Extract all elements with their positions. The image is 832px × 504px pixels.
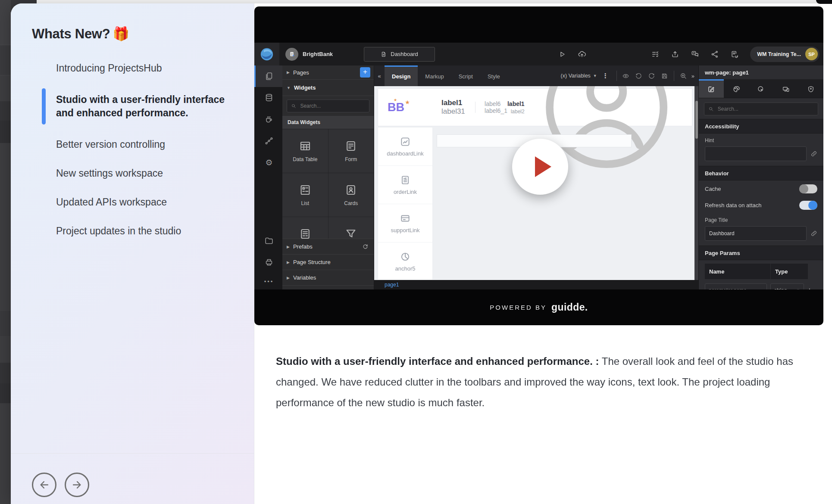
video-letterbox-top: [254, 6, 823, 43]
prefabs-section: ▶ Prefabs: [282, 239, 374, 254]
caret-right-icon: ▶: [287, 245, 290, 249]
brightbank-logo: BB ★ ★: [388, 101, 404, 114]
page-tabs-bar: page1: [374, 280, 698, 289]
preview-play-icon: [558, 50, 566, 59]
rail-database-button: [254, 87, 282, 109]
properties-header: wm-page: page1: [699, 65, 823, 79]
widget-search-input: [299, 103, 365, 109]
page-title: Whats New?🎁: [32, 26, 254, 42]
canvas-scrollbar: [694, 86, 698, 280]
devices-icon: [782, 85, 790, 93]
widget-tile-live-form: Live Form: [282, 217, 328, 239]
next-button[interactable]: [65, 473, 89, 497]
shield-icon: [807, 85, 815, 93]
project-switcher: BrightBank: [285, 48, 333, 61]
add-page-button: +: [360, 67, 370, 78]
toggle-knob: [799, 184, 808, 193]
support-card-icon: [400, 213, 411, 224]
user-avatar: SP: [805, 48, 818, 60]
widget-tile-form: Form: [328, 129, 374, 173]
canvas-user-block: label1 label2: [507, 100, 525, 115]
project-name: BrightBank: [303, 51, 333, 57]
widget-tile-cards: Cards: [328, 173, 374, 217]
expand-panel-icon: »: [691, 73, 694, 79]
rail-logs-button: [254, 252, 282, 273]
widget-grid: Data Table Form List: [282, 129, 374, 239]
param-name-input: [705, 283, 767, 289]
arrow-right-icon: [71, 479, 83, 491]
pager-nav: [32, 473, 89, 497]
params-row: string ▼ +: [705, 283, 817, 289]
live-form-icon: [299, 227, 312, 239]
gear-icon: ⚙: [265, 158, 272, 167]
whats-new-list: Introducing ProjectsHub Studio with a us…: [11, 62, 254, 238]
refresh-data-label: Refresh data on attach: [705, 202, 762, 208]
canvas-nav-item-2: label6 label6_1: [485, 100, 507, 114]
list-item-studio-active[interactable]: Studio with a user-friendly interface an…: [56, 93, 237, 120]
pages-header: ▶ Pages +: [282, 65, 374, 80]
list-item-settings-workspace[interactable]: New settings workspace: [56, 167, 237, 180]
chevron-down-icon: ▼: [593, 74, 597, 78]
hint-field: Hint: [699, 134, 823, 166]
data-table-icon: [299, 140, 312, 152]
list-item-version-control[interactable]: Better version controlling: [56, 138, 237, 151]
toggle-knob: [808, 201, 817, 210]
studio-left-rail: ⚙ •••: [254, 65, 282, 289]
page-params-table: Name Type string ▼ +: [705, 264, 817, 289]
variables-dropdown: (x) Variables ▼: [561, 73, 597, 79]
caret-down-icon: ▼: [287, 86, 291, 90]
database-icon: [264, 93, 274, 103]
file-sync-icon: [730, 50, 739, 59]
logs-printer-icon: [264, 258, 274, 267]
param-type-select: string ▼: [770, 283, 804, 289]
team-name: WM Training Te...: [757, 51, 801, 57]
kebab-menu-icon: ⋮: [602, 72, 609, 80]
order-receipt-icon: [400, 174, 411, 186]
properties-panel: wm-page: page1: [698, 65, 823, 289]
canvas-nav-item-1: label1 label31: [441, 99, 466, 116]
studio-logo: [254, 43, 279, 65]
page-params-section-header: Page Params: [699, 246, 823, 260]
feature-video-player[interactable]: BrightBank Dashboard: [254, 6, 823, 325]
project-icon: [285, 48, 298, 61]
studio-center: « Design Markup Script Style (x) Variabl…: [374, 65, 698, 289]
scrollbar-thumb: [695, 101, 698, 139]
topbar-actions: WM Training Te... SP: [558, 47, 823, 62]
pages-icon: [264, 72, 274, 81]
feature-description-lead: Studio with a user-friendly interface an…: [276, 355, 599, 367]
list-item-apis-workspace[interactable]: Updated APIs workspace: [56, 196, 237, 209]
list-item-project-updates[interactable]: Project updates in the studio: [56, 224, 237, 238]
hint-label: Hint: [705, 137, 817, 143]
document-icon: [381, 51, 387, 57]
caret-right-icon: ▶: [287, 70, 290, 75]
video-play-button[interactable]: [512, 139, 568, 195]
studio-screenshot: BrightBank Dashboard: [254, 43, 823, 289]
studio-topbar: BrightBank Dashboard: [254, 43, 823, 65]
list-item-projectshub[interactable]: Introducing ProjectsHub: [56, 62, 237, 75]
collapse-panel-icon: «: [374, 73, 385, 79]
link-anchor: anchor5: [378, 243, 432, 280]
properties-search: [704, 103, 818, 115]
cache-label: Cache: [705, 186, 721, 192]
cache-row: Cache: [699, 180, 823, 197]
prev-button[interactable]: [32, 473, 56, 497]
refresh-icon: [362, 243, 369, 250]
refresh-data-row: Refresh data on attach: [699, 197, 823, 213]
pages-panel: ▶ Pages + ▼ Widgets Data Widgets: [282, 65, 374, 289]
canvas-link-list: dashboardLink orderLink supportLink: [378, 127, 433, 280]
studio-body: ⚙ •••: [254, 65, 823, 289]
link-support: supportLink: [378, 204, 432, 243]
properties-tabs: [699, 79, 823, 98]
canvas-header-card: BB ★ ★ label1 label31 label6 label6_1: [378, 88, 692, 126]
footer-divider: [11, 453, 254, 454]
hint-input: [705, 146, 807, 161]
widget-tile-data-table: Data Table: [282, 129, 328, 173]
cache-toggle: [799, 184, 817, 193]
powered-by-label: POWERED BY: [490, 304, 547, 311]
editor-toolbar: « Design Markup Script Style (x) Variabl…: [374, 65, 698, 86]
rail-apis-button: [254, 130, 282, 152]
undo-icon: [635, 72, 642, 80]
props-tab-security: [798, 79, 823, 98]
feature-description: Studio with a user-friendly interface an…: [276, 351, 813, 413]
play-triangle-icon: [535, 156, 551, 177]
